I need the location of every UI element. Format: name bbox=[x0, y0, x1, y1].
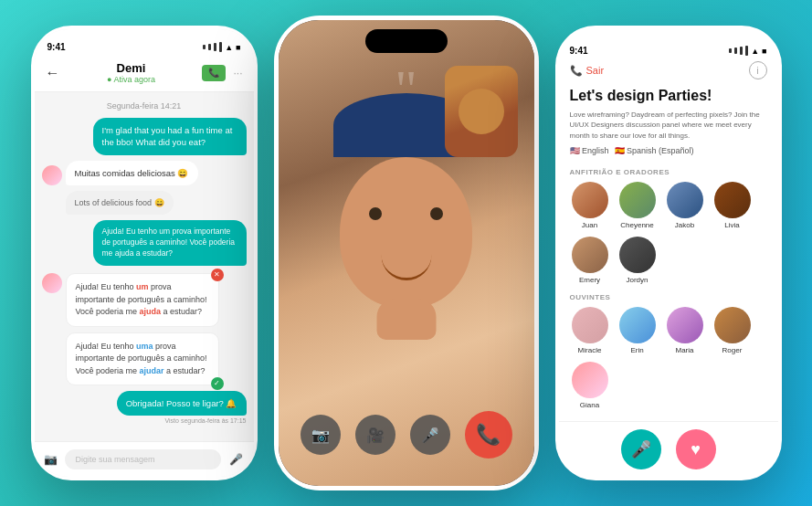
msg-in-1: Muitas comidas deliciosas 😄 bbox=[66, 161, 198, 185]
camera-icon[interactable]: 📷 bbox=[44, 453, 58, 466]
signal-bar-2 bbox=[208, 44, 211, 50]
leave-phone-icon: 📞 bbox=[570, 65, 583, 77]
end-call-button[interactable]: 📞 bbox=[465, 411, 512, 459]
name-maria: Maria bbox=[675, 346, 693, 354]
camera-control-icon: 📷 bbox=[311, 427, 330, 444]
msg-row-out-last: Obrigada! Posso te ligar? 🔔 Visto segund… bbox=[42, 391, 247, 424]
status-icons-3: ▲ ■ bbox=[729, 46, 766, 56]
avatar-livia bbox=[714, 182, 751, 218]
name-juan: Juan bbox=[582, 221, 597, 229]
name-cheyenne: Cheyenne bbox=[620, 221, 653, 229]
speaker-jordyn: Jordyn bbox=[617, 237, 658, 284]
x-mark: ✕ bbox=[211, 269, 224, 281]
more-button[interactable]: ··· bbox=[233, 67, 242, 79]
spaces-top-bar: 📞 Sair i bbox=[570, 61, 767, 79]
msg-row-out-1: I'm glad that you had a fun time at the … bbox=[42, 118, 247, 155]
camera-control-button[interactable]: 📷 bbox=[301, 415, 341, 455]
video-controls: 📷 🎥 🎤 📞 bbox=[301, 411, 512, 459]
name-emery: Emery bbox=[579, 276, 600, 284]
eye-left bbox=[369, 207, 382, 220]
avatar-erin bbox=[619, 307, 656, 343]
notch-1 bbox=[108, 29, 181, 44]
event-title: Let's design Parties! bbox=[570, 87, 767, 104]
leave-button[interactable]: 📞 Sair bbox=[570, 65, 605, 77]
face bbox=[340, 157, 472, 308]
battery-icon-1: ■ bbox=[236, 43, 240, 52]
heart-footer-button[interactable]: ♥ bbox=[676, 429, 716, 469]
speaker-cheyenne: Cheyenne bbox=[617, 182, 658, 229]
mic-icon[interactable]: 🎤 bbox=[228, 451, 245, 468]
video-control-icon: 🎥 bbox=[366, 427, 385, 444]
mic-control-icon: 🎤 bbox=[421, 427, 439, 444]
s-bar-4 bbox=[745, 46, 748, 56]
notch-3 bbox=[632, 29, 705, 44]
header-icons: 📞 ··· bbox=[202, 65, 242, 81]
time-3: 9:41 bbox=[570, 46, 588, 56]
check-mark: ✓ bbox=[211, 377, 224, 390]
language-flags: 🇺🇸 English 🇪🇸 Spanish (Español) bbox=[570, 146, 767, 155]
mic-control-button[interactable]: 🎤 bbox=[410, 415, 450, 455]
avatar-demi-2 bbox=[42, 273, 62, 293]
hosts-grid: Juan Cheyenne Jakob Livia bbox=[570, 182, 767, 284]
flag-us: 🇺🇸 English bbox=[570, 146, 609, 155]
s-bar-2 bbox=[734, 47, 737, 54]
chat-input-bar: 📷 Digite sua mensagem 🎤 bbox=[35, 441, 254, 477]
listener-giana: Giana bbox=[570, 362, 610, 409]
hand bbox=[376, 299, 436, 340]
signal-bar-1 bbox=[203, 45, 206, 49]
listener-miracle: Miracle bbox=[570, 307, 610, 354]
listeners-section-label: OUVINTES bbox=[570, 293, 767, 301]
video-call-screen: " 📷 🎥 🎤 bbox=[279, 20, 534, 486]
mic-footer-icon: 🎤 bbox=[631, 439, 651, 459]
name-miracle: Miracle bbox=[578, 346, 602, 354]
spaces-body: ANFITRIÃO E ORADORES Juan Cheyenne Jakob bbox=[559, 168, 778, 421]
speaker-jakob: Jakob bbox=[665, 182, 705, 229]
wifi-icon-1: ▲ bbox=[225, 43, 233, 52]
chat-header-center: Demi ● Ativa agora bbox=[60, 61, 203, 84]
inset-face bbox=[445, 66, 518, 157]
chat-header: ← Demi ● Ativa agora 📞 ··· bbox=[35, 56, 254, 92]
msg-row-in-1: Muitas comidas deliciosas 😄 bbox=[42, 161, 247, 185]
info-icon: i bbox=[756, 65, 758, 76]
chat-body: Segunda-feira 14:21 I'm glad that you ha… bbox=[35, 92, 254, 441]
signal-bar-4 bbox=[219, 42, 222, 52]
listeners-grid: Miracle Erin Maria Roger bbox=[570, 307, 767, 409]
avatar-giana bbox=[572, 362, 608, 398]
phone-frame-3: 9:41 ▲ ■ 📞 bbox=[555, 26, 782, 480]
info-button[interactable]: i bbox=[749, 61, 767, 79]
avatar-demi-1 bbox=[42, 165, 62, 185]
call-icon: 📞 bbox=[208, 68, 219, 78]
heart-footer-icon: ♥ bbox=[691, 440, 701, 459]
msg-translated: Lots of delicious food 😄 bbox=[66, 191, 174, 216]
avatar-roger bbox=[714, 307, 751, 343]
correction-wrong: ✕ Ajuda! Eu tenho um prova importante de… bbox=[66, 273, 219, 327]
avatar-jordyn bbox=[619, 237, 656, 273]
avatar-maria bbox=[667, 307, 703, 343]
status-icons-1: ▲ ■ bbox=[203, 42, 240, 52]
smile bbox=[381, 255, 431, 280]
phone-frame-1: 9:41 ▲ ■ ← Demi ● Ativa agora bbox=[31, 26, 258, 480]
avatar-jakob bbox=[667, 182, 703, 218]
wifi-icon-3: ▲ bbox=[751, 47, 759, 56]
name-jakob: Jakob bbox=[675, 221, 694, 229]
name-giana: Giana bbox=[580, 401, 599, 409]
spaces-header: 9:41 ▲ ■ 📞 bbox=[559, 29, 778, 168]
s-bar-1 bbox=[729, 48, 732, 53]
back-button[interactable]: ← bbox=[46, 65, 60, 81]
contact-name: Demi bbox=[60, 61, 203, 75]
video-control-button[interactable]: 🎥 bbox=[355, 415, 395, 455]
call-button[interactable]: 📞 bbox=[202, 65, 226, 81]
hosts-section-label: ANFITRIÃO E ORADORES bbox=[570, 168, 767, 176]
correction-row-1: ✕ Ajuda! Eu tenho um prova importante de… bbox=[42, 273, 247, 385]
battery-icon-3: ■ bbox=[762, 47, 766, 56]
date-separator: Segunda-feira 14:21 bbox=[42, 101, 247, 111]
spaces-screen: 9:41 ▲ ■ 📞 bbox=[559, 29, 778, 477]
mic-footer-button[interactable]: 🎤 bbox=[621, 429, 661, 469]
dynamic-island bbox=[365, 29, 448, 53]
signal-dots bbox=[203, 42, 222, 52]
leave-label: Sair bbox=[586, 65, 605, 76]
listener-erin: Erin bbox=[617, 307, 658, 354]
event-description: Love wireframing? Daydream of perfecting… bbox=[570, 110, 767, 141]
name-roger: Roger bbox=[722, 346, 743, 354]
chat-input[interactable]: Digite sua mensagem bbox=[65, 449, 221, 469]
